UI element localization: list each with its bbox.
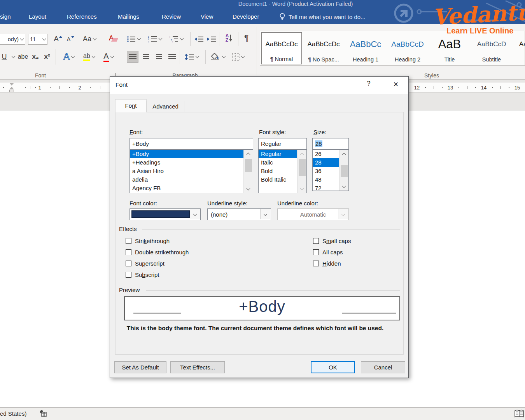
size-input[interactable]: 28 [312, 138, 349, 149]
close-icon[interactable]: × [390, 79, 402, 90]
bullet-list-button[interactable] [127, 33, 140, 44]
tab-developer[interactable]: Developer [233, 13, 259, 20]
tab-review[interactable]: Review [162, 13, 181, 20]
scroll-down-icon[interactable] [244, 185, 253, 193]
hanging-indent-icon[interactable] [9, 87, 14, 89]
tab-advanced[interactable]: Advanced [147, 101, 184, 112]
grow-font-button[interactable]: A [52, 33, 64, 44]
font-size-combobox[interactable]: 11 [28, 34, 47, 45]
text-effects-button[interactable]: Text Effects... [170, 361, 225, 373]
tab-layout[interactable]: Layout [29, 13, 46, 20]
read-mode-icon[interactable] [514, 410, 524, 418]
numbered-list-button[interactable]: 123 [148, 33, 162, 44]
checkbox-subscript[interactable]: Subscript [126, 271, 159, 278]
scroll-up-icon[interactable] [244, 150, 253, 158]
style-normal[interactable]: AaBbCcDc ¶ Normal [261, 32, 302, 64]
change-case-button[interactable]: Aa [81, 33, 98, 44]
checkbox-small-caps[interactable]: Small caps [313, 237, 351, 245]
tell-me-box[interactable]: Tell me what you want to do... [279, 13, 366, 21]
first-line-indent-icon[interactable] [9, 83, 14, 86]
borders-button[interactable] [229, 51, 247, 63]
help-icon[interactable]: ? [364, 80, 374, 90]
left-indent-icon[interactable] [9, 90, 14, 92]
set-as-default-button[interactable]: Set As Default [114, 361, 166, 373]
chevron-down-icon[interactable] [12, 54, 16, 58]
checkbox-double-strikethrough[interactable]: Double strikethrough [126, 248, 189, 256]
dropdown-button[interactable] [190, 209, 200, 219]
list-item[interactable]: adelia [130, 175, 253, 184]
checkbox-icon[interactable] [126, 272, 131, 278]
checkbox-icon[interactable] [126, 238, 131, 244]
font-name-combobox[interactable]: ody) [0, 34, 25, 45]
checkbox-hidden[interactable]: Hidden [313, 259, 341, 267]
decrease-indent-button[interactable] [193, 33, 204, 44]
align-right-button[interactable] [153, 51, 165, 63]
underline-style-dropdown[interactable]: (none) [207, 208, 271, 220]
strikethrough-button[interactable]: abe [17, 51, 29, 63]
tab-font[interactable]: Font [115, 99, 147, 112]
list-item[interactable]: Agency FB [130, 184, 253, 192]
tab-references[interactable]: References [67, 13, 97, 20]
tab-design[interactable]: sign [0, 13, 11, 20]
style-subtitle[interactable]: AaBbCcD Subtitle [471, 32, 512, 64]
checkbox-strikethrough[interactable]: Strikethrough [126, 237, 170, 245]
tab-mailings[interactable]: Mailings [118, 13, 139, 20]
style-title[interactable]: AaB Title [429, 32, 470, 64]
checkbox-icon[interactable] [313, 238, 319, 244]
scrollbar[interactable] [297, 150, 306, 193]
language-indicator[interactable]: ed States) [0, 410, 26, 417]
sort-button[interactable]: A Z [222, 32, 236, 44]
checkbox-all-caps[interactable]: All caps [313, 248, 343, 256]
align-center-button[interactable] [140, 51, 152, 63]
size-listbox[interactable]: 26 28 36 48 72 [312, 149, 349, 191]
list-item[interactable]: +Body [130, 150, 253, 158]
shading-button[interactable] [209, 51, 226, 63]
list-item[interactable]: +Headings [130, 158, 253, 167]
scroll-up-icon[interactable] [340, 150, 348, 158]
scroll-up-icon[interactable] [298, 150, 306, 158]
indent-markers[interactable] [9, 82, 15, 93]
scrollbar-thumb[interactable] [341, 165, 348, 177]
scrollbar[interactable] [339, 150, 348, 191]
dropdown-button[interactable] [260, 209, 270, 219]
font-style-listbox[interactable]: Regular Italic Bold Bold Italic [258, 149, 307, 193]
scrollbar[interactable] [243, 150, 253, 193]
ok-button[interactable]: OK [311, 361, 355, 373]
checkbox-superscript[interactable]: Superscript [126, 259, 164, 267]
style-heading2[interactable]: AaBbCcD Heading 2 [387, 32, 428, 64]
font-color-dropdown[interactable] [130, 208, 201, 220]
highlight-color-button[interactable]: ab [80, 51, 98, 63]
font-style-input[interactable]: Regular [258, 138, 307, 149]
checkbox-icon[interactable] [313, 249, 319, 255]
multilevel-list-button[interactable]: 1ai [169, 33, 184, 44]
style-subtle-emphasis[interactable]: AaBbCcD S [513, 32, 525, 64]
shrink-font-button[interactable]: A [65, 33, 76, 44]
chevron-down-icon[interactable] [20, 37, 24, 41]
superscript-button[interactable]: x² [42, 51, 52, 63]
scroll-down-icon[interactable] [298, 185, 306, 193]
macro-record-icon[interactable] [40, 410, 47, 417]
scrollbar-thumb[interactable] [299, 159, 306, 176]
subscript-button[interactable]: x₂ [30, 51, 40, 63]
justify-button[interactable] [166, 51, 178, 63]
line-spacing-button[interactable] [184, 51, 200, 63]
font-listbox[interactable]: +Body +Headings a Asian Hiro adelia Agen… [130, 149, 253, 193]
clear-formatting-button[interactable]: A [107, 33, 120, 44]
text-effects-button[interactable]: A [61, 51, 77, 63]
font-color-button[interactable]: A [100, 51, 117, 63]
show-paragraph-marks-button[interactable]: ¶ [242, 32, 251, 44]
chevron-down-icon[interactable] [42, 37, 46, 41]
scrollbar-thumb[interactable] [245, 159, 252, 172]
checkbox-icon[interactable] [126, 249, 131, 255]
cancel-button[interactable]: Cancel [361, 361, 405, 373]
checkbox-icon[interactable] [313, 261, 319, 266]
style-no-spacing[interactable]: AaBbCcDc ¶ No Spac... [303, 32, 344, 64]
underline-button[interactable]: U [0, 51, 9, 63]
checkbox-icon[interactable] [126, 261, 131, 266]
tab-view[interactable]: View [201, 13, 213, 20]
list-item[interactable]: a Asian Hiro [130, 167, 253, 175]
font-name-input[interactable]: +Body [130, 138, 253, 149]
scroll-down-icon[interactable] [340, 183, 348, 191]
align-left-button[interactable] [127, 51, 138, 63]
style-heading1[interactable]: AaBbCc Heading 1 [345, 32, 386, 64]
